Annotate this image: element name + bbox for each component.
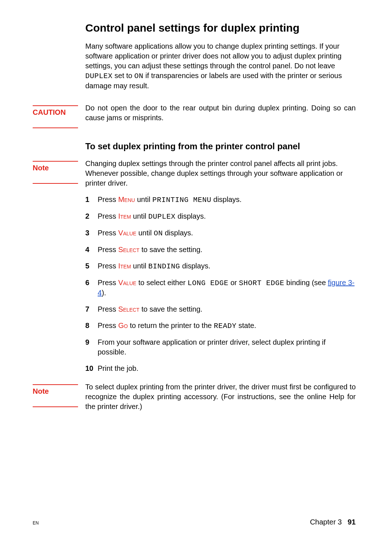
step-text: to save the setting. xyxy=(139,305,202,313)
step-mono: SHORT EDGE xyxy=(239,279,284,287)
step-number: 5 xyxy=(85,261,98,271)
page-heading: Control panel settings for duplex printi… xyxy=(85,22,356,34)
step-body: Press Select to save the setting. xyxy=(98,245,356,255)
note2-label: Note xyxy=(33,387,82,396)
note1-label: Note xyxy=(33,164,82,172)
step-mono: READY xyxy=(214,322,237,330)
caution-rule-bottom xyxy=(33,127,78,128)
step-item: 8Press Go to return the printer to the R… xyxy=(85,321,356,331)
step-keyword: Value xyxy=(118,229,136,237)
note2-rule-top xyxy=(33,384,78,385)
step-text: ). xyxy=(102,289,106,297)
step-body: Press Select to save the setting. xyxy=(98,304,356,314)
step-body: Press Item until DUPLEX displays. xyxy=(98,211,356,222)
step-text: Press xyxy=(98,279,118,287)
step-item: 9From your software application or print… xyxy=(85,337,356,357)
step-mono: DUPLEX xyxy=(148,212,176,221)
footer-en: EN xyxy=(33,520,39,526)
step-text: or xyxy=(228,279,239,287)
page: Control panel settings for duplex printi… xyxy=(0,0,392,543)
note1-text: Changing duplex settings through the pri… xyxy=(85,159,356,188)
step-mono: PRINTING MENU xyxy=(152,196,212,204)
footer-page-number: 91 xyxy=(348,518,356,526)
step-text: to select either xyxy=(136,279,188,287)
step-text: displays. xyxy=(176,212,206,220)
step-text: Press xyxy=(98,321,118,329)
step-text: Press xyxy=(98,229,118,237)
note2-text: To select duplex printing from the print… xyxy=(85,382,356,412)
step-body: Press Value until ON displays. xyxy=(98,228,356,238)
step-number: 1 xyxy=(85,195,98,204)
step-item: 3Press Value until ON displays. xyxy=(85,228,356,238)
step-number: 6 xyxy=(85,278,98,288)
step-text: Press xyxy=(98,212,118,220)
step-keyword: Go xyxy=(118,321,128,329)
step-item: 7Press Select to save the setting. xyxy=(85,304,356,314)
step-text: Press xyxy=(98,262,118,270)
step-body: Press Value to select either LONG EDGE o… xyxy=(98,278,356,298)
intro-text-1: Many software applications allow you to … xyxy=(85,42,342,70)
step-body: From your software application or printe… xyxy=(98,337,356,357)
step-item: 10Print the job. xyxy=(85,364,356,373)
step-text: state. xyxy=(236,321,256,329)
step-item: 6Press Value to select either LONG EDGE … xyxy=(85,278,356,298)
step-keyword: Select xyxy=(118,246,139,254)
note2-block: Note To select duplex printing from the … xyxy=(33,382,356,412)
step-mono: ON xyxy=(154,229,163,238)
intro-text-2: set to xyxy=(113,72,134,80)
step-item: 5Press Item until BINDING displays. xyxy=(85,261,356,271)
step-body: Print the job. xyxy=(98,364,356,373)
note1-rule-top xyxy=(33,161,78,162)
intro-mono-1: DUPLEX xyxy=(85,72,113,80)
step-keyword: Select xyxy=(118,305,139,313)
step-number: 10 xyxy=(85,364,98,373)
step-keyword: Value xyxy=(118,279,136,287)
step-text: displays. xyxy=(211,195,241,203)
note1-block: Note Changing duplex settings through th… xyxy=(33,159,356,188)
intro-paragraph: Many software applications allow you to … xyxy=(85,41,356,91)
step-item: 1Press Menu until PRINTING MENU displays… xyxy=(85,195,356,205)
step-number: 7 xyxy=(85,304,98,314)
step-text: displays. xyxy=(180,262,210,270)
note1-rule-bottom xyxy=(33,183,78,184)
caution-text: Do not open the door to the rear output … xyxy=(85,103,356,123)
step-keyword: Menu xyxy=(118,195,135,203)
step-mono: BINDING xyxy=(148,262,180,271)
step-keyword: Item xyxy=(118,212,131,220)
step-text: binding (see xyxy=(284,279,328,287)
step-body: Press Menu until PRINTING MENU displays. xyxy=(98,195,356,205)
step-item: 2Press Item until DUPLEX displays. xyxy=(85,211,356,222)
step-number: 3 xyxy=(85,228,98,238)
step-item: 4Press Select to save the setting. xyxy=(85,245,356,255)
intro-mono-2: ON xyxy=(134,72,143,80)
step-body: Press Go to return the printer to the RE… xyxy=(98,321,356,331)
footer-chapter: Chapter 3 xyxy=(310,518,342,526)
step-number: 2 xyxy=(85,211,98,221)
step-text: Press xyxy=(98,195,118,203)
caution-rule-top xyxy=(33,105,78,106)
step-text: to save the setting. xyxy=(139,246,202,254)
step-text: until xyxy=(136,229,154,237)
step-text: displays. xyxy=(163,229,193,237)
step-text: until xyxy=(135,195,152,203)
caution-label: CAUTION xyxy=(33,108,82,117)
step-text: Press xyxy=(98,246,118,254)
step-body: Press Item until BINDING displays. xyxy=(98,261,356,271)
note2-rule-bottom xyxy=(33,406,78,407)
step-text: to return the printer to the xyxy=(128,321,214,329)
step-keyword: Item xyxy=(118,262,131,270)
page-footer: EN Chapter 3 91 xyxy=(33,518,356,526)
step-mono: LONG EDGE xyxy=(188,279,229,287)
step-text: until xyxy=(131,212,148,220)
steps-list: 1Press Menu until PRINTING MENU displays… xyxy=(85,195,356,373)
step-number: 9 xyxy=(85,337,98,347)
caution-block: CAUTION Do not open the door to the rear… xyxy=(33,103,356,130)
step-text: until xyxy=(131,262,148,270)
subheading: To set duplex printing from the printer … xyxy=(85,141,356,151)
step-text: Press xyxy=(98,305,118,313)
step-number: 8 xyxy=(85,321,98,331)
step-number: 4 xyxy=(85,245,98,255)
